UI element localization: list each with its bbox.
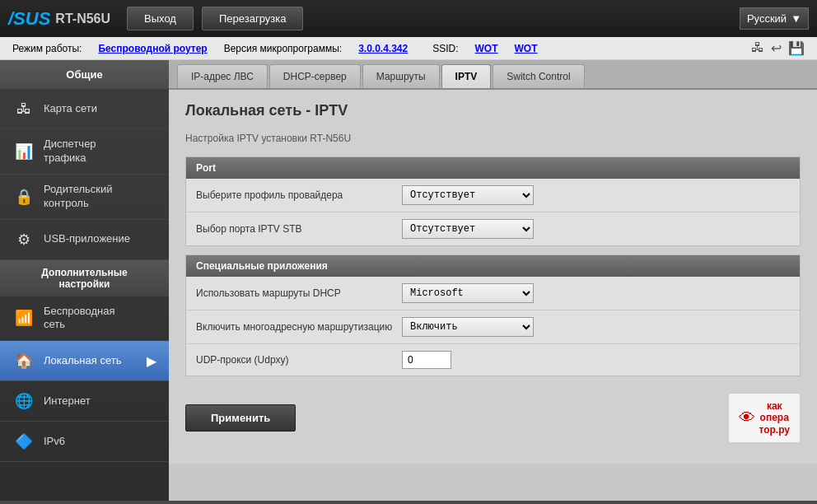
watermark-icon: 👁 (739, 408, 755, 427)
sidebar-item-label: Родительскийконтроль (44, 183, 113, 211)
apply-row: Применить 👁 как опера тор.ру (185, 385, 801, 451)
sidebar-item-network-map[interactable]: 🖧 Карта сети (0, 89, 169, 129)
sidebar-item-parental[interactable]: 🔒 Родительскийконтроль (0, 175, 169, 220)
sidebar-item-ipv6[interactable]: 🔷 IPv6 (0, 422, 169, 462)
usb-icon: ⚙ (12, 228, 35, 251)
port-section: Port Выберите профиль провайдера Отсутст… (185, 156, 801, 246)
ssid-label: SSID: (432, 43, 458, 54)
internet-icon: 🌐 (12, 390, 35, 413)
wireless-icon: 📶 (12, 306, 35, 329)
dhcp-routes-label: Использовать маршруты DHCP (196, 287, 402, 299)
udpxy-input[interactable] (402, 351, 451, 369)
arrow-icon: ↩ (771, 40, 782, 56)
parental-icon: 🔒 (12, 185, 35, 208)
language-selector[interactable]: Русский ▼ (740, 7, 809, 30)
watermark-text: как опера тор.ру (759, 400, 790, 436)
provider-profile-row: Выберите профиль провайдера Отсутствует (186, 179, 800, 212)
ipv6-icon: 🔷 (12, 430, 35, 453)
dhcp-routes-control: Microsoft (402, 283, 790, 303)
iptv-port-select[interactable]: Отсутствует (402, 219, 534, 239)
logout-button[interactable]: Выход (127, 7, 194, 30)
traffic-icon: 📊 (12, 140, 35, 163)
content-area: Общие 🖧 Карта сети 📊 Диспетчертрафика 🔒 … (0, 60, 817, 501)
logo: /SUS RT-N56U (8, 8, 110, 30)
active-arrow-icon: ▶ (147, 353, 156, 369)
page-title: Локальная сеть - IPTV (185, 102, 801, 126)
sidebar-item-wireless[interactable]: 📶 Беспроводнаясеть (0, 296, 169, 342)
tab-ip-lan[interactable]: IP-адрес ЛВС (177, 64, 268, 88)
sidebar-item-internet[interactable]: 🌐 Интернет (0, 381, 169, 422)
sidebar: Общие 🖧 Карта сети 📊 Диспетчертрафика 🔒 … (0, 60, 169, 501)
model-name: RT-N56U (55, 12, 110, 26)
sidebar-item-label: Диспетчертрафика (44, 138, 96, 166)
sidebar-item-label: IPv6 (44, 435, 65, 449)
udpxy-row: UDP-прокси (Udpxy) (186, 344, 800, 376)
provider-profile-control: Отсутствует (402, 185, 790, 205)
apply-button[interactable]: Применить (185, 404, 296, 432)
firmware-value[interactable]: 3.0.0.4.342 (358, 43, 408, 54)
sidebar-item-lan[interactable]: 🏠 Локальная сеть ▶ (0, 341, 169, 381)
sidebar-item-label: Интернет (44, 394, 91, 408)
page-content: Локальная сеть - IPTV Настройка IPTV уст… (169, 90, 817, 464)
tab-dhcp[interactable]: DHCP-сервер (269, 64, 361, 88)
multicast-row: Включить многоадресную маршрутизацию Вкл… (186, 310, 800, 344)
tab-iptv[interactable]: IPTV (441, 64, 492, 88)
asus-logo: /SUS (8, 8, 50, 30)
tab-routes[interactable]: Маршруты (362, 64, 440, 88)
provider-profile-select[interactable]: Отсутствует (402, 185, 534, 205)
mode-value[interactable]: Беспроводной роутер (98, 43, 207, 54)
mode-label: Режим работы: (12, 43, 82, 54)
multicast-select[interactable]: Включить (402, 317, 534, 337)
page-subtitle: Настройка IPTV установки RT-N56U (185, 133, 801, 144)
network-icon: 🖧 (751, 40, 764, 56)
sidebar-general-header[interactable]: Общие (0, 60, 169, 89)
sidebar-item-usb[interactable]: ⚙ USB-приложение (0, 220, 169, 260)
sidebar-item-traffic[interactable]: 📊 Диспетчертрафика (0, 129, 169, 175)
header: /SUS RT-N56U Выход Перезагрузка Русский … (0, 0, 817, 37)
iptv-port-control: Отсутствует (402, 219, 790, 239)
status-bar: Режим работы: Беспроводной роутер Версия… (0, 37, 817, 60)
provider-profile-label: Выберите профиль провайдера (196, 189, 402, 201)
dhcp-routes-row: Использовать маршруты DHCP Microsoft (186, 277, 800, 310)
reboot-button[interactable]: Перезагрузка (202, 7, 303, 30)
apps-section: Специальные приложения Использовать марш… (185, 254, 801, 376)
udpxy-label: UDP-прокси (Udpxy) (196, 354, 402, 366)
ssid-value2[interactable]: WOT (515, 43, 538, 54)
network-map-icon: 🖧 (12, 97, 35, 120)
sidebar-advanced-header: Дополнительныенастройки (0, 260, 169, 296)
ssid-value1[interactable]: WOT (475, 43, 498, 54)
port-section-header: Port (186, 157, 800, 179)
save-icon: 💾 (788, 40, 805, 56)
lan-icon: 🏠 (12, 349, 35, 372)
iptv-port-label: Выбор порта IPTV STB (196, 223, 402, 235)
tab-switch-control[interactable]: Switch Control (493, 64, 584, 88)
firmware-label: Версия микропрограммы: (224, 43, 342, 54)
sidebar-item-label: USB-приложение (44, 232, 130, 246)
header-icons: 🖧 ↩ 💾 (751, 40, 805, 56)
udpxy-control (402, 351, 790, 369)
chevron-down-icon: ▼ (791, 12, 801, 25)
sidebar-item-label: Беспроводнаясеть (44, 305, 115, 333)
iptv-port-row: Выбор порта IPTV STB Отсутствует (186, 212, 800, 245)
watermark: 👁 как опера тор.ру (728, 393, 801, 443)
main-panel: IP-адрес ЛВС DHCP-сервер Маршруты IPTV S… (169, 60, 817, 501)
sidebar-item-label: Локальная сеть (44, 354, 121, 368)
tab-bar: IP-адрес ЛВС DHCP-сервер Маршруты IPTV S… (169, 60, 817, 90)
dhcp-routes-select[interactable]: Microsoft (402, 283, 534, 303)
apps-section-header: Специальные приложения (186, 255, 800, 277)
sidebar-item-label: Карта сети (44, 102, 97, 116)
multicast-control: Включить (402, 317, 790, 337)
multicast-label: Включить многоадресную маршрутизацию (196, 321, 402, 333)
